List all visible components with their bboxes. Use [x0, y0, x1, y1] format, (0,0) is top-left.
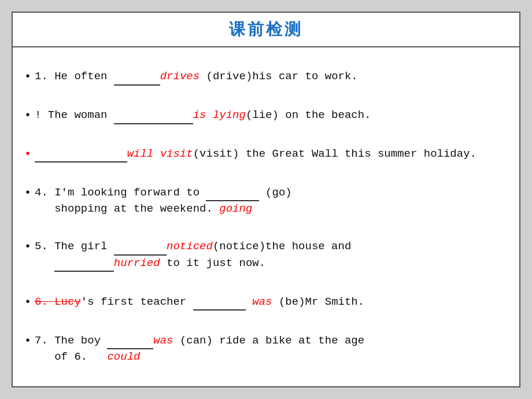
answer-5a: noticed: [167, 240, 213, 253]
blank-3: [35, 146, 127, 163]
list-item: • 7. The boy was (can) ride a bike at th…: [24, 333, 502, 365]
strikethrough-6: 6. Lucy: [35, 295, 81, 308]
answer-1: drives: [160, 70, 200, 83]
list-item: • 1. He often drives (drive)his car to w…: [24, 69, 502, 86]
list-item: • 4. I'm looking forward to (go) shoppin…: [24, 185, 502, 217]
list-item: • 5. The girl noticed(notice)the house a…: [24, 239, 502, 272]
answer-3: will visit: [127, 147, 193, 160]
bullet-2: •: [24, 108, 31, 124]
item-1-text: 1. He often drives (drive)his car to wor…: [35, 69, 502, 86]
blank-7: [107, 333, 153, 350]
bullet-4: •: [24, 185, 31, 201]
blank-5a: [114, 239, 167, 256]
title-bar: 课前检测: [13, 13, 519, 47]
item-3-text: will visit(visit) the Great Wall this su…: [35, 146, 502, 163]
list-item: • will visit(visit) the Great Wall this …: [24, 146, 502, 163]
item-6-text: 6. Lucy's first teacher was (be)Mr Smith…: [35, 294, 502, 311]
item-7-text: 7. The boy was (can) ride a bike at the …: [35, 333, 502, 365]
bullet-5: •: [24, 239, 31, 255]
blank-5b: [54, 256, 114, 272]
answer-4: going: [219, 202, 252, 215]
bullet-1: •: [24, 69, 31, 85]
item-4-text: 4. I'm looking forward to (go) shopping …: [35, 185, 502, 217]
blank-1: [114, 69, 160, 86]
slide: 课前检测 • 1. He often drives (drive)his car…: [12, 12, 520, 387]
answer-2: is lying: [193, 109, 246, 121]
bullet-6: •: [24, 294, 31, 311]
blank-6: [193, 294, 246, 311]
blank-2: [114, 108, 193, 124]
item-2-text: ! The woman is lying(lie) on the beach.: [35, 108, 502, 124]
item-5-text: 5. The girl noticed(notice)the house and…: [35, 239, 502, 272]
answer-7b: could: [107, 350, 140, 363]
bullet-3: •: [24, 146, 31, 162]
bullet-7: •: [24, 333, 31, 349]
blank-4: [206, 185, 258, 202]
list-item: • ! The woman is lying(lie) on the beach…: [24, 108, 502, 124]
answer-6: was: [252, 295, 272, 308]
slide-title: 课前检测: [229, 20, 303, 38]
answer-5b: hurried: [114, 257, 160, 269]
list-item: • 6. Lucy's first teacher was (be)Mr Smi…: [24, 294, 502, 311]
content-area: • 1. He often drives (drive)his car to w…: [13, 47, 519, 386]
answer-7a: was: [153, 334, 173, 347]
